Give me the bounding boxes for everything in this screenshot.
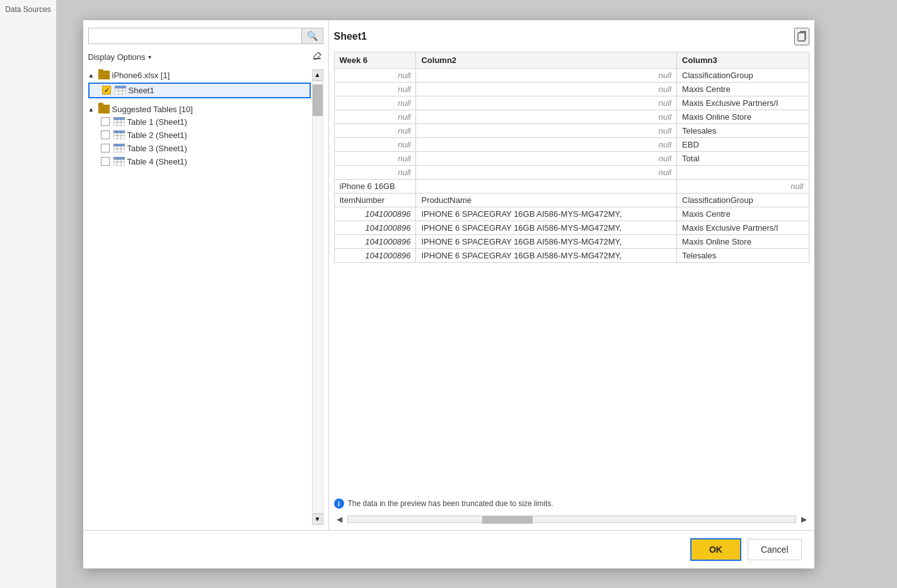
list-item[interactable]: Table 3 (Sheet1) bbox=[88, 142, 311, 155]
cell: ClassificationGroup bbox=[677, 68, 809, 82]
cell: IPHONE 6 SPACEGRAY 16GB AI586-MYS-MG472M… bbox=[416, 248, 677, 262]
table-row: 1041000896 IPHONE 6 SPACEGRAY 16GB AI586… bbox=[334, 248, 809, 262]
tree-toggle[interactable]: ▲ bbox=[88, 72, 98, 79]
cell: 1041000896 bbox=[334, 221, 416, 234]
table-row: iPhone 6 16GB null bbox=[334, 179, 809, 193]
suggested-folder-icon bbox=[98, 105, 110, 113]
search-input[interactable] bbox=[89, 28, 301, 43]
table3-label: Table 3 (Sheet1) bbox=[127, 144, 187, 153]
cell: iPhone 6 16GB bbox=[334, 179, 416, 193]
svg-rect-31 bbox=[798, 33, 805, 41]
cell: Maxis Online Store bbox=[677, 234, 809, 248]
cell: null bbox=[416, 137, 677, 151]
cell bbox=[677, 165, 809, 179]
scroll-left-arrow[interactable]: ◀ bbox=[334, 514, 345, 525]
display-options-button[interactable]: Display Options ▾ bbox=[88, 52, 151, 62]
svg-rect-30 bbox=[113, 157, 125, 159]
folder-icon bbox=[98, 71, 110, 79]
table1-checkbox[interactable] bbox=[101, 117, 110, 126]
table-row: 1041000896 IPHONE 6 SPACEGRAY 16GB AI586… bbox=[334, 221, 809, 234]
edit-datasource-button[interactable] bbox=[312, 50, 323, 64]
truncated-note: i The data in the preview has been trunc… bbox=[334, 499, 809, 509]
horizontal-scrollbar-thumb[interactable] bbox=[482, 516, 533, 524]
cell: null bbox=[334, 96, 416, 110]
table2-checkbox[interactable] bbox=[101, 130, 110, 139]
horizontal-scrollbar-container: ◀ ▶ bbox=[334, 514, 809, 525]
cell: null bbox=[416, 96, 677, 110]
table-container[interactable]: Week 6 Column2 Column3 null null Classif… bbox=[334, 52, 809, 492]
table-row: null null Maxis Online Store bbox=[334, 110, 809, 124]
cell: Maxis Centre bbox=[677, 207, 809, 221]
suggested-toggle[interactable]: ▲ bbox=[88, 106, 98, 113]
tree-scroll-down-button[interactable]: ▼ bbox=[312, 514, 323, 525]
search-bar-container: 🔍 bbox=[88, 28, 323, 44]
cell: 1041000896 bbox=[334, 207, 416, 221]
search-button[interactable]: 🔍 bbox=[301, 28, 323, 43]
cell: IPHONE 6 SPACEGRAY 16GB AI586-MYS-MG472M… bbox=[416, 234, 677, 248]
list-item[interactable]: Table 4 (Sheet1) bbox=[88, 155, 311, 168]
cell: ClassificationGroup bbox=[677, 193, 809, 207]
cell: Telesales bbox=[677, 248, 809, 262]
table-row: 1041000896 IPHONE 6 SPACEGRAY 16GB AI586… bbox=[334, 234, 809, 248]
cell: Maxis Exclusive Partners/I bbox=[677, 96, 809, 110]
table-row: null null ClassificationGroup bbox=[334, 68, 809, 82]
cell: IPHONE 6 SPACEGRAY 16GB AI586-MYS-MG472M… bbox=[416, 207, 677, 221]
sheet-title-row: Sheet1 bbox=[334, 28, 809, 45]
cell: null bbox=[416, 82, 677, 96]
cell: null bbox=[677, 179, 809, 193]
cell: Maxis Online Store bbox=[677, 110, 809, 124]
table1-label: Table 1 (Sheet1) bbox=[127, 117, 187, 127]
copy-icon-button[interactable] bbox=[794, 28, 809, 45]
cell: null bbox=[334, 68, 416, 82]
cell: null bbox=[334, 165, 416, 179]
sheet1-row[interactable]: Sheet1 bbox=[88, 83, 311, 98]
sheet1-checkbox[interactable] bbox=[102, 86, 111, 95]
table2-label: Table 2 (Sheet1) bbox=[127, 130, 187, 140]
col-header-column3: Column3 bbox=[677, 52, 809, 68]
cell: null bbox=[334, 137, 416, 151]
left-panel: 🔍 Display Options ▾ bbox=[83, 20, 329, 530]
datasource-label: Data Sources bbox=[5, 5, 51, 14]
dialog-body: 🔍 Display Options ▾ bbox=[83, 20, 814, 530]
main-dialog: 🔍 Display Options ▾ bbox=[83, 20, 814, 568]
cell: ItemNumber bbox=[334, 193, 416, 207]
col-header-week6: Week 6 bbox=[334, 52, 416, 68]
tree-root-item[interactable]: ▲ iPhone6.xlsx [1] bbox=[88, 69, 311, 81]
cell: null bbox=[334, 110, 416, 124]
sheet-table-icon bbox=[115, 86, 126, 95]
ok-button[interactable]: OK bbox=[690, 538, 741, 561]
table-row: null null Telesales bbox=[334, 124, 809, 137]
scroll-right-arrow[interactable]: ▶ bbox=[799, 514, 809, 525]
right-panel: Sheet1 Week 6 Column2 bbox=[329, 20, 814, 530]
tree-scrollbar-track bbox=[312, 81, 323, 514]
cell: null bbox=[416, 124, 677, 137]
svg-rect-24 bbox=[113, 144, 125, 146]
cell: null bbox=[334, 151, 416, 165]
cell: EBD bbox=[677, 137, 809, 151]
list-item[interactable]: Table 1 (Sheet1) bbox=[88, 115, 311, 129]
table3-checkbox[interactable] bbox=[101, 144, 110, 153]
table-row: null null EBD bbox=[334, 137, 809, 151]
cell: null bbox=[416, 165, 677, 179]
sheet-title: Sheet1 bbox=[334, 31, 367, 42]
table4-checkbox[interactable] bbox=[101, 157, 110, 166]
list-item[interactable]: Table 2 (Sheet1) bbox=[88, 129, 311, 142]
table-row: null null Total bbox=[334, 151, 809, 165]
display-options-arrow: ▾ bbox=[148, 54, 151, 61]
suggested-root-item[interactable]: ▲ Suggested Tables [10] bbox=[88, 103, 311, 115]
suggested-section: ▲ Suggested Tables [10] bbox=[88, 103, 311, 168]
cell: 1041000896 bbox=[334, 248, 416, 262]
display-options-row: Display Options ▾ bbox=[88, 50, 323, 64]
cancel-button[interactable]: Cancel bbox=[748, 539, 802, 560]
dialog-overlay: Data Sources 🔍 Display Options ▾ bbox=[0, 0, 897, 588]
cell: Total bbox=[677, 151, 809, 165]
table3-icon bbox=[113, 144, 125, 153]
horizontal-scrollbar-track[interactable] bbox=[347, 516, 796, 523]
cell: null bbox=[416, 151, 677, 165]
sheet1-label: Sheet1 bbox=[129, 86, 154, 95]
cell: null bbox=[416, 110, 677, 124]
tree-scrollbar-thumb[interactable] bbox=[313, 84, 323, 116]
tree-scroll-up-button[interactable]: ▲ bbox=[312, 69, 323, 81]
cell: Telesales bbox=[677, 124, 809, 137]
cell: null bbox=[416, 68, 677, 82]
